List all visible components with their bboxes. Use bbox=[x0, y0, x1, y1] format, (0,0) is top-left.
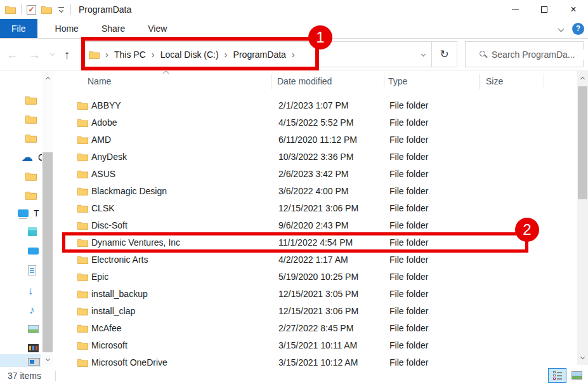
column-divider[interactable] bbox=[271, 74, 271, 89]
file-row[interactable]: McAfee 2/27/2022 8:45 PM File folder bbox=[55, 319, 577, 336]
search-box[interactable] bbox=[465, 41, 584, 67]
scroll-up-icon[interactable] bbox=[42, 74, 53, 84]
file-row[interactable]: Microsoft OneDrive 3/15/2021 10:12 AM Fi… bbox=[55, 354, 577, 367]
qat-customize-chevron-icon[interactable] bbox=[57, 7, 65, 13]
file-row[interactable]: Adobe 4/15/2022 5:52 PM File folder bbox=[55, 114, 577, 131]
file-name: Blackmagic Design bbox=[91, 186, 278, 196]
folder-icon bbox=[77, 187, 88, 195]
sidebar-item-3d-objects[interactable] bbox=[28, 227, 37, 236]
address-dropdown-button[interactable] bbox=[415, 53, 431, 56]
file-row[interactable]: Electronic Arts 4/2/2022 1:17 AM File fo… bbox=[55, 251, 577, 268]
thumbnails-view-button[interactable] bbox=[568, 368, 586, 383]
sidebar-item-quick-access-folder[interactable] bbox=[25, 95, 37, 105]
sidebar-item-this-pc[interactable]: T bbox=[18, 208, 39, 218]
sidebar-item-local-disk[interactable] bbox=[28, 358, 40, 366]
file-name: Disc-Soft bbox=[91, 220, 278, 230]
folder-icon bbox=[77, 341, 88, 350]
details-view-button[interactable] bbox=[548, 368, 566, 383]
list-scrollbar[interactable] bbox=[577, 71, 588, 365]
file-date-modified: 10/3/2022 3:36 PM bbox=[278, 152, 389, 162]
file-row[interactable]: AMD 6/11/2020 11:12 PM File folder bbox=[55, 131, 577, 148]
sidebar-item-pictures[interactable] bbox=[28, 325, 39, 333]
sidebar-item-desktop[interactable] bbox=[28, 248, 39, 255]
file-name: Electronic Arts bbox=[91, 255, 278, 265]
file-type: File folder bbox=[389, 135, 485, 145]
file-date-modified: 6/11/2020 11:12 PM bbox=[278, 135, 389, 145]
forward-button[interactable]: → bbox=[29, 49, 41, 61]
column-divider[interactable] bbox=[544, 74, 544, 89]
sidebar-scrollbar[interactable] bbox=[42, 71, 53, 365]
column-header-date-modified[interactable]: Date modified bbox=[277, 76, 332, 86]
file-row[interactable]: install_clap 12/15/2021 3:06 PM File fol… bbox=[55, 302, 577, 319]
file-row[interactable]: Blackmagic Design 3/6/2022 4:00 PM File … bbox=[55, 182, 577, 199]
file-row[interactable]: ABBYY 2/1/2023 1:07 PM File folder bbox=[55, 96, 577, 114]
file-row[interactable]: Disc-Soft 9/6/2020 2:43 PM File folder bbox=[55, 216, 577, 234]
column-divider[interactable] bbox=[384, 74, 384, 89]
folder-icon bbox=[77, 272, 88, 281]
file-name: Dynamic Ventures, Inc bbox=[91, 237, 278, 248]
tab-file[interactable]: File bbox=[0, 19, 37, 38]
qat-properties-check-icon[interactable]: ✓ bbox=[27, 5, 36, 15]
file-row[interactable]: CLSK 12/15/2021 3:06 PM File folder bbox=[55, 199, 577, 216]
file-row[interactable]: Microsoft 3/15/2021 10:11 AM File folder bbox=[55, 336, 577, 354]
sidebar-item-onedrive[interactable]: ☁C bbox=[21, 151, 44, 163]
sidebar-item-label: T bbox=[34, 208, 39, 218]
breadcrumb-this-pc[interactable]: This PC bbox=[114, 50, 146, 60]
tab-view[interactable]: View bbox=[136, 19, 178, 38]
help-icon[interactable]: ? bbox=[572, 23, 584, 35]
list-scrollbar-thumb[interactable] bbox=[578, 86, 587, 199]
sidebar-item-music[interactable]: ♪ bbox=[29, 305, 35, 315]
title-bar: ✓ ProgramData × bbox=[0, 0, 588, 19]
minimize-button[interactable] bbox=[500, 0, 530, 19]
status-bar: 37 items bbox=[0, 367, 588, 384]
column-header-type[interactable]: Type bbox=[388, 76, 407, 86]
file-row[interactable]: install_backup 12/15/2021 3:05 PM File f… bbox=[55, 285, 577, 302]
column-header-size[interactable]: Size bbox=[486, 76, 503, 86]
qat-new-folder-icon[interactable] bbox=[41, 5, 52, 14]
folder-icon bbox=[77, 135, 88, 144]
file-type: File folder bbox=[389, 220, 485, 230]
folder-icon bbox=[77, 307, 88, 315]
search-icon bbox=[480, 51, 485, 58]
maximize-button[interactable] bbox=[530, 0, 559, 19]
recent-locations-chevron-icon[interactable] bbox=[50, 51, 55, 56]
column-header-name[interactable]: Name bbox=[88, 76, 111, 86]
ribbon-collapse-chevron-icon[interactable] bbox=[558, 25, 565, 32]
folder-icon bbox=[77, 221, 88, 230]
back-button[interactable]: ← bbox=[6, 49, 18, 61]
sidebar-item-folder[interactable] bbox=[25, 171, 37, 181]
up-button[interactable]: ↑ bbox=[64, 49, 70, 61]
file-row[interactable]: Epic 5/19/2020 10:25 PM File folder bbox=[55, 268, 577, 285]
sidebar-item-videos[interactable] bbox=[28, 344, 39, 352]
search-input[interactable] bbox=[492, 50, 584, 60]
file-type: File folder bbox=[389, 357, 485, 367]
tab-share[interactable]: Share bbox=[90, 19, 136, 38]
file-name: CLSK bbox=[91, 203, 278, 213]
sidebar-item-documents[interactable] bbox=[28, 265, 36, 275]
refresh-button[interactable]: ↻ bbox=[431, 42, 457, 67]
file-name: Epic bbox=[91, 272, 278, 282]
sidebar-item-quick-access-folder[interactable] bbox=[25, 133, 37, 143]
file-date-modified: 3/6/2022 4:00 PM bbox=[278, 186, 389, 196]
sidebar-item-folder[interactable] bbox=[25, 190, 37, 200]
sidebar-scrollbar-thumb[interactable] bbox=[42, 152, 53, 352]
scroll-up-icon[interactable] bbox=[577, 74, 588, 84]
address-bar[interactable]: › This PC › Local Disk (C:) › ProgramDat… bbox=[82, 41, 457, 67]
file-row[interactable]: Dynamic Ventures, Inc 11/1/2022 4:54 PM … bbox=[55, 234, 577, 251]
sidebar-item-downloads[interactable]: ↓ bbox=[28, 286, 34, 296]
file-row[interactable]: ASUS 2/6/2023 3:42 PM File folder bbox=[55, 165, 577, 182]
pictures-icon bbox=[28, 325, 39, 333]
scroll-down-icon[interactable] bbox=[577, 352, 588, 363]
sidebar-item-quick-access-folder[interactable] bbox=[25, 114, 37, 124]
app-folder-icon bbox=[5, 5, 16, 14]
scroll-down-icon[interactable] bbox=[42, 354, 53, 365]
breadcrumb-programdata[interactable]: ProgramData bbox=[233, 50, 286, 60]
close-button[interactable]: × bbox=[559, 0, 588, 19]
folder-icon bbox=[77, 358, 88, 367]
file-row[interactable]: AnyDesk 10/3/2022 3:36 PM File folder bbox=[55, 148, 577, 165]
file-type: File folder bbox=[389, 203, 485, 213]
tab-home[interactable]: Home bbox=[44, 19, 90, 38]
column-divider[interactable] bbox=[479, 74, 480, 89]
breadcrumb-local-disk-c[interactable]: Local Disk (C:) bbox=[160, 50, 219, 60]
file-type: File folder bbox=[389, 152, 485, 162]
